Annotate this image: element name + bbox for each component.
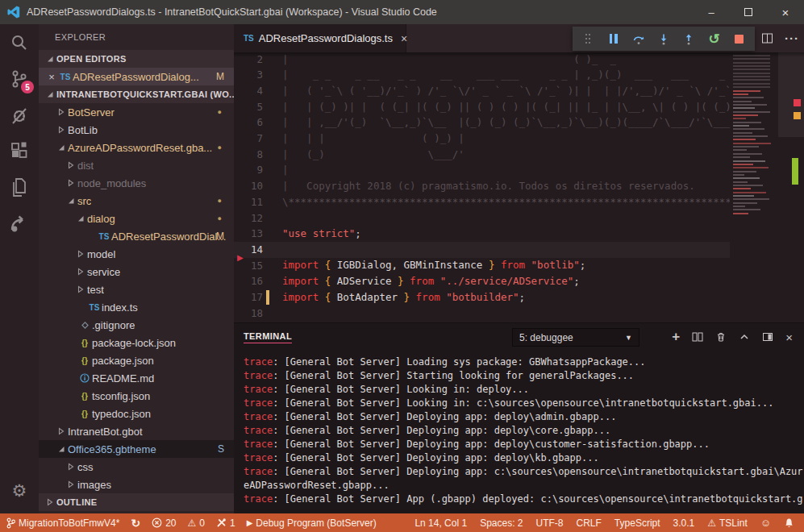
tree-item-css[interactable]: css	[39, 458, 234, 476]
minimap-line	[733, 209, 760, 210]
minimap-line	[733, 135, 768, 137]
minimap-line	[733, 83, 770, 85]
terminal-line: trace: [General Bot Server] App (.gbapp)…	[244, 493, 800, 506]
tab-terminal[interactable]: TERMINAL	[244, 331, 292, 343]
tab-adresetpassworddialogs[interactable]: TS ADResetPasswordDialogs.ts ×	[234, 24, 406, 52]
tree-item-images[interactable]: images	[39, 476, 234, 493]
split-terminal-icon[interactable]	[692, 331, 703, 343]
source-control-icon[interactable]: 5	[0, 60, 39, 97]
status-indentation[interactable]: Spaces: 2	[480, 517, 523, 529]
debug-drag-grip[interactable]	[578, 29, 598, 48]
chevron-expanded-icon	[55, 446, 68, 453]
more-actions-icon[interactable]: ···	[785, 31, 799, 45]
status-notifications[interactable]	[784, 517, 794, 529]
line-number: 12	[234, 210, 263, 227]
code-line: | ( )_ _ |	[282, 52, 778, 67]
tree-item-test[interactable]: test	[39, 281, 234, 298]
tree-item-gitignore[interactable]: .gitignore	[39, 316, 234, 334]
chevron-collapsed-icon	[65, 480, 77, 488]
status-debug-launch[interactable]: ▶Debug Program (BotServer)	[247, 517, 377, 529]
section-outline[interactable]: OUTLINE	[39, 493, 234, 511]
extensions-icon[interactable]	[0, 133, 39, 169]
tree-item-adresetpassworddialog[interactable]: ×TSADResetPasswordDialog...M	[39, 68, 234, 85]
kill-terminal-icon[interactable]	[715, 331, 727, 343]
chevron-collapsed-icon	[65, 161, 77, 169]
minimap-line	[733, 125, 749, 127]
terminal-line: trace: [General Bot Server] Deploying ap…	[244, 465, 800, 479]
terminal-output[interactable]: trace: [General Bot Server] Loading sys …	[244, 355, 800, 506]
new-terminal-icon[interactable]: +	[672, 329, 680, 345]
minimap[interactable]	[730, 52, 778, 322]
tree-item-botlib[interactable]: BotLib	[39, 121, 234, 139]
status-eol[interactable]: CRLF	[577, 517, 602, 529]
code-line: "use strict";	[282, 226, 778, 242]
status-label: MigrationToBotFmwV4*	[19, 517, 119, 529]
status-encoding[interactable]: UTF-8	[536, 517, 564, 529]
tree-item-node-modules[interactable]: node_modules	[39, 174, 234, 192]
settings-gear-icon[interactable]: ⚙	[0, 475, 39, 507]
overview-ruler[interactable]	[778, 52, 804, 322]
tree-item-azureadpasswordreset-gba[interactable]: AzureADPasswordReset.gba...●	[39, 139, 234, 156]
minimap-line	[733, 153, 762, 155]
tree-item-package-json[interactable]: {}package.json	[39, 351, 234, 369]
status-tasks[interactable]: 1	[216, 517, 235, 529]
step-into-icon[interactable]	[654, 29, 673, 48]
tree-item-package-lock-json[interactable]: {}package-lock.json	[39, 334, 234, 351]
minimize-button[interactable]: –	[693, 0, 730, 24]
ruler-error-mark	[794, 99, 801, 106]
close-editor-icon[interactable]: ×	[45, 71, 58, 83]
tree-item-dist[interactable]: dist	[39, 156, 234, 174]
step-over-icon[interactable]	[629, 29, 648, 48]
item-label: package.json	[92, 355, 154, 367]
collapse-panel-icon[interactable]	[739, 331, 750, 343]
tab-close-icon[interactable]: ×	[401, 32, 407, 45]
item-label: BotLib	[68, 124, 98, 136]
pause-icon[interactable]	[604, 29, 623, 48]
status-feedback[interactable]: ☺	[760, 517, 771, 529]
status-git-branch[interactable]: MigrationToBotFmwV4*	[6, 517, 119, 529]
maximize-button[interactable]	[730, 0, 767, 24]
code-editor[interactable]: 23456789101112131415161718 ▶ | ( )_ _ ||…	[234, 52, 804, 322]
terminal-picker-dropdown[interactable]: 5: debuggee ▼	[512, 328, 639, 347]
warning-icon: ⚠	[707, 517, 716, 529]
tree-item-readme-md[interactable]: README.md	[39, 369, 234, 387]
status-sync[interactable]: ↻	[131, 517, 140, 530]
tree-item-adresetpassworddial[interactable]: TSADResetPasswordDial...M	[39, 227, 234, 245]
status-label: UTF-8	[536, 517, 564, 529]
status-errors[interactable]: 20	[152, 517, 176, 529]
debug-icon[interactable]	[0, 97, 39, 133]
tree-item-model[interactable]: model	[39, 245, 234, 263]
share-icon[interactable]	[0, 206, 39, 242]
maximize-panel-icon[interactable]	[762, 331, 773, 343]
status-language-mode[interactable]: TypeScript	[614, 517, 660, 529]
scrollbar-thumb[interactable]	[778, 52, 804, 137]
terminal-line: trace: [General Bot Server] Deploying ap…	[244, 424, 800, 438]
status-ts-version[interactable]: 3.0.1	[673, 517, 695, 529]
section-open-editors[interactable]: OPEN EDITORS	[39, 50, 234, 68]
split-editor-icon[interactable]	[761, 32, 773, 44]
status-cursor-position[interactable]: Ln 14, Col 1	[414, 517, 467, 529]
tree-item-typedoc-json[interactable]: {}typedoc.json	[39, 405, 234, 422]
tree-item-office365-gbtheme[interactable]: Office365.gbthemeS	[39, 440, 234, 458]
search-icon[interactable]	[0, 24, 39, 60]
step-out-icon[interactable]	[679, 29, 698, 48]
restart-icon[interactable]: ↺	[705, 29, 724, 48]
git-file-icon	[77, 321, 92, 330]
close-panel-icon[interactable]: ×	[785, 330, 793, 344]
tree-item-tsconfig-json[interactable]: {}tsconfig.json	[39, 387, 234, 405]
tree-item-src[interactable]: src●	[39, 192, 234, 210]
stop-icon[interactable]	[730, 29, 749, 48]
tree-item-service[interactable]: service	[39, 263, 234, 281]
tree-item-botserver[interactable]: BotServer●	[39, 103, 234, 121]
tree-item-dialog[interactable]: dialog●	[39, 210, 234, 227]
close-button[interactable]: ×	[767, 0, 804, 24]
tree-item-index-ts[interactable]: TSindex.ts	[39, 298, 234, 316]
tree-item-intranetbot-gbot[interactable]: IntranetBot.gbot	[39, 422, 234, 440]
chevron-expanded-icon	[44, 56, 56, 63]
section-intranetbotquickstart-gbai-wo[interactable]: INTRANETBOTQUICKSTART.GBAI (WO...	[39, 85, 234, 103]
status-tslint[interactable]: ⚠TSLint	[707, 517, 747, 529]
sync-icon: ↻	[131, 517, 140, 530]
status-warnings[interactable]: ⚠0	[187, 517, 204, 529]
status-label: Spaces: 2	[480, 517, 523, 529]
explorer-icon[interactable]	[0, 169, 39, 206]
